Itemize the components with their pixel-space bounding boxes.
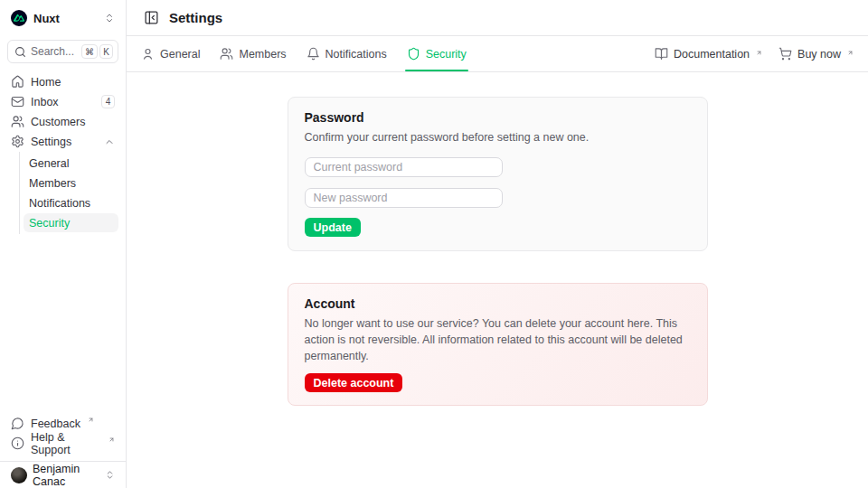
toolbar-links: Documentation Buy now <box>655 47 854 61</box>
external-link-icon <box>108 436 115 443</box>
team-switcher[interactable]: Nuxt <box>7 0 118 36</box>
new-password-field[interactable] <box>305 188 503 208</box>
sidebar-item-security[interactable]: Security <box>24 213 118 232</box>
sidebar-item-customers[interactable]: Customers <box>7 112 118 131</box>
delete-account-button[interactable]: Delete account <box>305 373 403 392</box>
tabs-bar: General Members Notifications Security <box>127 36 868 72</box>
users-icon <box>220 47 233 61</box>
tab-members[interactable]: Members <box>220 36 286 71</box>
password-card: Password Confirm your current password b… <box>288 97 708 251</box>
search-placeholder: Search... <box>31 45 74 58</box>
current-password-field[interactable] <box>305 157 503 177</box>
documentation-link[interactable]: Documentation <box>655 47 762 61</box>
sidebar-nav: Home Inbox 4 Customers Settings Ge <box>0 63 126 414</box>
user-icon <box>141 47 155 61</box>
page-title: Settings <box>169 10 222 25</box>
tab-label: Members <box>239 48 286 61</box>
bell-icon <box>307 47 320 61</box>
account-card: Account No longer want to use our servic… <box>288 283 708 406</box>
users-icon <box>11 115 24 128</box>
chevron-up-down-icon <box>104 13 115 23</box>
sidebar-item-label: Inbox <box>31 96 59 108</box>
sidebar: Nuxt Search... ⌘ K Home <box>0 0 127 488</box>
buy-now-link[interactable]: Buy now <box>778 47 854 61</box>
tab-general[interactable]: General <box>141 36 200 71</box>
feedback-label: Feedback <box>31 418 80 430</box>
search-icon <box>14 46 26 58</box>
team-name: Nuxt <box>33 12 60 25</box>
sidebar-item-members[interactable]: Members <box>24 174 118 192</box>
settings-security-content: Password Confirm your current password b… <box>127 72 868 488</box>
sidebar-item-notifications[interactable]: Notifications <box>24 193 118 212</box>
chevron-up-icon <box>104 136 115 147</box>
password-card-title: Password <box>305 110 691 126</box>
password-card-description: Confirm your current password before set… <box>305 129 691 145</box>
panel-left-close-icon <box>144 10 159 25</box>
settings-tabs: General Members Notifications Security <box>141 36 467 71</box>
update-password-button[interactable]: Update <box>305 218 361 237</box>
sidebar-item-label: Customers <box>31 116 85 128</box>
tab-notifications[interactable]: Notifications <box>307 36 387 71</box>
settings-sub-list: General Members Notifications Security <box>19 152 118 234</box>
message-bubble-icon <box>11 417 24 430</box>
sidebar-item-inbox[interactable]: Inbox 4 <box>7 92 118 111</box>
tab-security[interactable]: Security <box>407 36 467 71</box>
user-name: Benjamin Canac <box>33 463 99 488</box>
search-shortcut: ⌘ K <box>81 44 113 59</box>
tab-label: General <box>160 48 200 61</box>
chevron-up-down-icon <box>105 470 115 480</box>
nuxt-logo-icon <box>11 10 27 26</box>
external-link-icon <box>847 50 854 56</box>
collapse-sidebar-button[interactable] <box>141 8 161 28</box>
inbox-icon <box>11 95 24 108</box>
external-link-icon <box>756 50 762 56</box>
tab-label: Security <box>426 48 467 61</box>
help-support-label: Help & Support <box>31 431 101 456</box>
sidebar-item-label: Settings <box>31 136 71 148</box>
page-header: Settings <box>127 0 868 36</box>
search-input[interactable]: Search... ⌘ K <box>7 40 118 63</box>
shield-icon <box>407 47 420 61</box>
kbd-meta: ⌘ <box>81 44 98 59</box>
documentation-label: Documentation <box>674 48 750 61</box>
sidebar-item-settings[interactable]: Settings <box>7 132 118 151</box>
sidebar-item-label: Home <box>31 76 61 89</box>
sidebar-footer: Feedback Help & Support <box>0 414 126 461</box>
avatar <box>11 467 27 483</box>
help-support-link[interactable]: Help & Support <box>7 434 118 453</box>
buy-now-label: Buy now <box>797 48 841 61</box>
account-card-title: Account <box>305 296 691 312</box>
account-card-description: No longer want to use our service? You c… <box>305 315 691 364</box>
book-open-icon <box>655 47 668 61</box>
cart-icon <box>778 47 792 61</box>
sidebar-item-general[interactable]: General <box>24 154 118 173</box>
info-icon <box>11 436 24 450</box>
gear-icon <box>11 135 24 148</box>
kbd-k: K <box>99 44 113 59</box>
user-menu[interactable]: Benjamin Canac <box>0 461 126 488</box>
home-icon <box>11 75 24 89</box>
external-link-icon <box>88 417 94 423</box>
inbox-count-badge: 4 <box>101 95 115 108</box>
sidebar-item-home[interactable]: Home <box>7 72 118 91</box>
main-panel: Settings General Members Notifications <box>127 0 868 488</box>
tab-label: Notifications <box>326 48 387 61</box>
